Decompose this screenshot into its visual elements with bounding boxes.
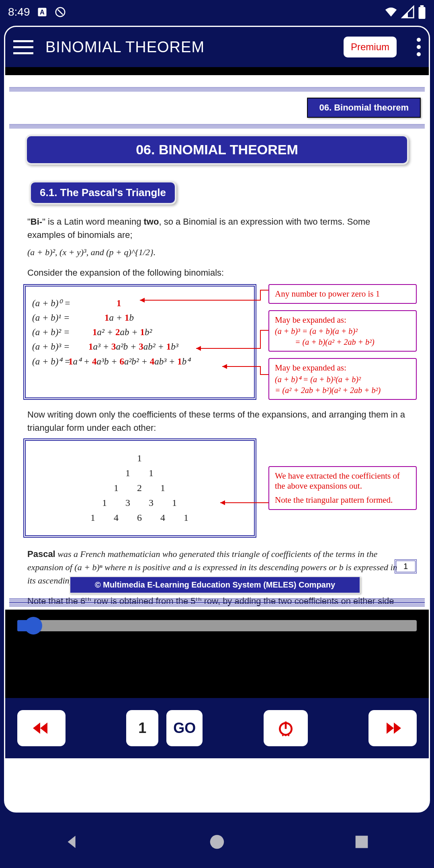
premium-button[interactable]: Premium [344,37,397,57]
system-nav-bar [0,816,434,868]
page-input[interactable]: 1 [126,710,158,746]
progress-slider[interactable] [17,620,417,631]
document-viewport[interactable]: 06. Binomial theorem 06. BINOMIAL THEORE… [5,75,429,758]
slider-thumb-icon[interactable] [25,617,42,635]
chapter-tab: 06. Binomial theorem [307,98,421,118]
nav-back-icon[interactable] [63,833,82,851]
consider-text: Consider the expansion of the following … [27,266,407,279]
signal-icon [401,5,415,19]
sync-off-icon [54,6,66,18]
callout-expand-quartic: May be expanded as: (a + b)⁴ = (a + b)²(… [268,358,417,400]
expansion-box: (a + b)⁰ =1 (a + b)¹ =1a + 1b (a + b)² =… [23,284,256,400]
nav-recent-icon[interactable] [352,833,371,851]
intro-examples: (a + b)², (x + y)³, and (p + q)^{1/2}. [27,246,407,259]
app-header: BINOMIAL THEOREM Premium [5,27,429,67]
more-options-icon[interactable] [417,38,421,56]
letterbox-top [5,67,429,75]
rewind-button[interactable] [17,710,66,746]
forward-icon [383,720,403,736]
intro-paragraph: "Bi-" is a Latin word meaning two, so a … [27,215,407,242]
section-title: 6.1. The Pascal's Triangle [29,181,176,205]
expansion-panel: (a + b)⁰ =1 (a + b)¹ =1a + 1b (a + b)² =… [23,284,417,400]
svg-point-7 [282,735,283,737]
power-icon [277,719,295,737]
svg-rect-4 [420,5,424,7]
forward-button[interactable] [368,710,417,746]
page-title: BINOMIAL THEOREM [45,39,205,56]
power-button[interactable] [264,710,308,746]
pascal-triangle-box: 1 11 121 1331 14641 [23,438,256,538]
app-frame: BINOMIAL THEOREM Premium 06. Binomial th… [4,26,430,813]
callout-expand-cube: May be expanded as: (a + b)³ = (a + b)(a… [268,310,417,352]
chapter-title: 06. BINOMIAL THEOREM [25,135,409,165]
menu-icon[interactable] [13,37,33,57]
svg-point-9 [288,735,289,737]
now-writing-text: Now writing down only the coefficients o… [27,408,407,434]
copyright-bar: © Multimedia E-Learning Education System… [70,576,360,594]
callout-triangle: We have extracted the coefficients of th… [268,466,417,510]
progress-slider-zone [5,610,429,642]
page-number-badge: 1 [395,559,417,573]
pascal-panel: 1 11 121 1331 14641 We have extracted th… [23,438,417,538]
svg-point-8 [285,735,287,737]
callout-power-zero: Any number to power zero is 1 [268,284,417,304]
svg-point-10 [210,835,224,849]
app-badge-icon: A [37,6,48,18]
go-button[interactable]: GO [166,710,203,746]
rewind-icon [31,720,51,736]
control-bar: 1 GO [5,698,429,758]
status-time: 8:49 [8,6,30,18]
battery-icon [418,5,426,19]
status-bar: 8:49 A [0,0,434,24]
svg-rect-3 [419,7,426,19]
svg-text:A: A [40,8,45,16]
nav-home-icon[interactable] [208,833,226,851]
svg-rect-11 [356,836,368,848]
wifi-icon [384,5,398,19]
